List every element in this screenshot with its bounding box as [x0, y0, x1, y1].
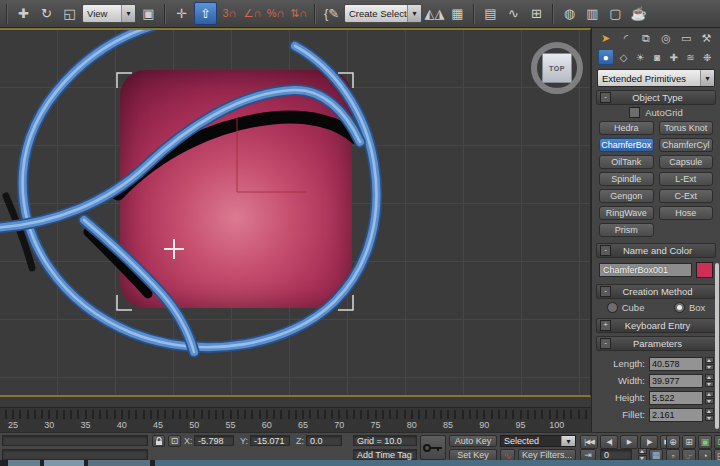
collapse-icon[interactable]: - — [600, 338, 611, 349]
category-geometry[interactable]: ● — [598, 49, 614, 65]
param-spinner[interactable] — [705, 391, 714, 404]
current-frame-field[interactable]: 0 — [600, 449, 632, 460]
category-cameras[interactable]: ◙ — [650, 50, 664, 64]
track-bar[interactable]: 253035404550556065707580859095100 — [0, 397, 591, 432]
object-type-hedra[interactable]: Hedra — [599, 121, 654, 135]
rollout-object-type[interactable]: - Object Type — [596, 90, 716, 105]
add-time-tag-field[interactable]: Add Time Tag — [353, 449, 417, 460]
radio-icon[interactable] — [674, 302, 685, 313]
collapse-icon[interactable]: - — [600, 92, 611, 103]
next-frame-button[interactable]: |▶ — [640, 435, 658, 449]
tab-hierarchy[interactable]: ⧉ — [638, 30, 653, 46]
expand-icon[interactable]: + — [600, 320, 611, 331]
category-helpers[interactable]: ✚ — [667, 50, 681, 64]
time-ruler[interactable]: 253035404550556065707580859095100 — [0, 407, 591, 433]
use-pivot-point-center-button[interactable]: ▣ — [138, 3, 159, 24]
go-to-start-button[interactable]: |◀◀ — [580, 435, 598, 449]
select-and-manipulate-button[interactable]: ✛ — [171, 3, 192, 24]
param-spinner[interactable] — [705, 357, 714, 370]
selection-lock-toggle[interactable] — [152, 435, 165, 447]
absolute-mode-transform-icon[interactable]: ⊡ — [168, 435, 181, 447]
param-field-height-[interactable]: 5.522 — [649, 391, 703, 405]
render-setup-button[interactable]: ▥ — [582, 3, 603, 24]
rollout-keyboard-entry[interactable]: + Keyboard Entry — [596, 318, 716, 333]
layer-manager-button[interactable]: ▤ — [480, 3, 501, 24]
select-and-scale-button[interactable]: ◱ — [59, 3, 80, 24]
viewcube-face[interactable]: TOP — [542, 53, 572, 83]
spinner-up-icon[interactable] — [705, 408, 714, 414]
angle-snap-button[interactable]: ∠∩ — [242, 3, 263, 24]
object-type-hose[interactable]: Hose — [659, 206, 714, 220]
object-name-field[interactable]: ChamferBox001 — [599, 263, 692, 277]
viewcube[interactable]: TOP — [529, 40, 585, 96]
object-type-ringwave[interactable]: RingWave — [599, 206, 654, 220]
param-field-width-[interactable]: 39.977 — [649, 374, 703, 388]
chevron-down-icon[interactable]: ▾ — [700, 70, 714, 86]
panel-scrollbar[interactable] — [715, 263, 719, 429]
radio-cube[interactable]: Cube — [607, 302, 645, 313]
object-type-l-ext[interactable]: L-Ext — [659, 172, 714, 186]
spinner-up-icon[interactable] — [705, 391, 714, 397]
x-coordinate-field[interactable]: -5.798 — [194, 435, 234, 446]
param-spinner[interactable] — [705, 408, 714, 421]
object-type-prism[interactable]: Prism — [599, 223, 654, 237]
rollout-parameters[interactable]: - Parameters — [596, 336, 716, 351]
tab-utilities[interactable]: ⚒ — [699, 30, 714, 46]
category-space-warps[interactable]: ≋ — [684, 50, 698, 64]
tab-display[interactable]: ▭ — [679, 30, 694, 46]
zoom-extents-all-button[interactable]: ⊡ — [714, 435, 720, 449]
zoom-extents-button[interactable]: ▣ — [698, 435, 712, 449]
tab-modify[interactable]: ◜ — [618, 30, 633, 46]
collapse-icon[interactable]: - — [600, 286, 611, 297]
material-editor-button[interactable]: ◍ — [559, 3, 580, 24]
mirror-button[interactable]: ◭◮ — [424, 3, 445, 24]
object-type-c-ext[interactable]: C-Ext — [659, 189, 714, 203]
object-type-torus-knot[interactable]: Torus Knot — [659, 121, 714, 135]
key-filter-selection-dropdown[interactable]: Selected ▾ — [500, 435, 576, 447]
tab-create[interactable]: ➤ — [598, 30, 613, 46]
maxscript-mini-listener[interactable] — [2, 435, 148, 446]
param-spinner[interactable] — [705, 374, 714, 387]
collapse-icon[interactable]: - — [600, 245, 611, 256]
keyboard-shortcut-override-button[interactable]: ⇧ — [194, 2, 217, 25]
category-systems[interactable]: ❉ — [700, 50, 714, 64]
object-type-chamfercyl[interactable]: ChamferCyl — [659, 138, 714, 152]
spinner-snap-button[interactable]: ⇅∩ — [288, 3, 309, 24]
spinner-down-icon[interactable] — [705, 398, 714, 404]
auto-key-button[interactable]: Auto Key — [449, 435, 497, 447]
edit-named-selection-sets-button[interactable]: {✎ — [321, 3, 342, 24]
object-type-spindle[interactable]: Spindle — [599, 172, 654, 186]
param-field-fillet-[interactable]: 2.161 — [649, 408, 703, 422]
play-button[interactable]: ▶ — [620, 435, 638, 449]
param-field-length-[interactable]: 40.578 — [649, 357, 703, 371]
render-production-button[interactable]: ☕ — [628, 3, 649, 24]
category-shapes[interactable]: ◇ — [617, 50, 631, 64]
set-key-toggle-button[interactable] — [420, 435, 446, 460]
chevron-down-icon[interactable]: ▾ — [121, 5, 135, 22]
object-type-chamferbox[interactable]: ChamferBox — [599, 138, 654, 152]
named-selection-sets-dropdown[interactable]: Create Selection Set▾ — [344, 4, 422, 23]
schematic-view-button[interactable]: ⊞ — [526, 3, 547, 24]
viewport-top[interactable]: TOP — [0, 28, 591, 397]
spinner-up-icon[interactable] — [705, 357, 714, 363]
spinner-down-icon[interactable] — [705, 415, 714, 421]
previous-frame-button[interactable]: ◀| — [600, 435, 618, 449]
zoom-button[interactable]: ⊕ — [666, 435, 680, 449]
object-type-gengon[interactable]: Gengon — [599, 189, 654, 203]
spinner-up-icon[interactable] — [705, 374, 714, 380]
reference-coordinate-system-dropdown[interactable]: View▾ — [82, 4, 136, 23]
snaps-toggle-button[interactable]: 3∩ — [219, 3, 240, 24]
align-button[interactable]: ▦ — [447, 3, 468, 24]
select-and-rotate-button[interactable]: ↻ — [36, 3, 57, 24]
z-coordinate-field[interactable]: 0.0 — [306, 435, 342, 446]
curve-editor-button[interactable]: ∿ — [503, 3, 524, 24]
rendered-frame-window-button[interactable]: ▢ — [605, 3, 626, 24]
radio-icon[interactable] — [607, 302, 618, 313]
radio-box[interactable]: Box — [674, 302, 705, 313]
autogrid-checkbox[interactable] — [629, 107, 640, 118]
spinner-down-icon[interactable] — [705, 381, 714, 387]
rollout-name-and-color[interactable]: - Name and Color — [596, 243, 716, 258]
select-and-move-button[interactable]: ✚ — [13, 3, 34, 24]
category-lights[interactable]: ☀ — [633, 50, 647, 64]
y-coordinate-field[interactable]: -15.071 — [250, 435, 290, 446]
